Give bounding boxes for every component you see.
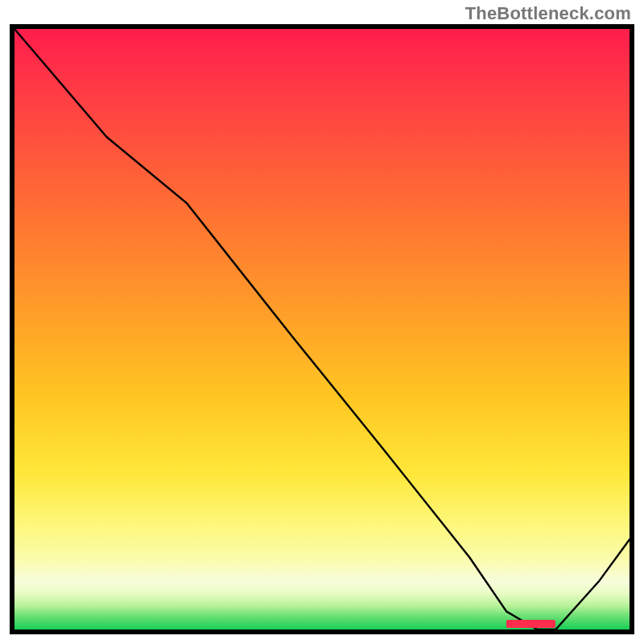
optimum-marker [506,620,555,628]
curve-path [14,29,630,630]
bottleneck-curve [14,29,630,630]
attribution-label: TheBottleneck.com [465,3,631,24]
chart-container: TheBottleneck.com [0,0,644,644]
plot-frame [10,24,634,634]
